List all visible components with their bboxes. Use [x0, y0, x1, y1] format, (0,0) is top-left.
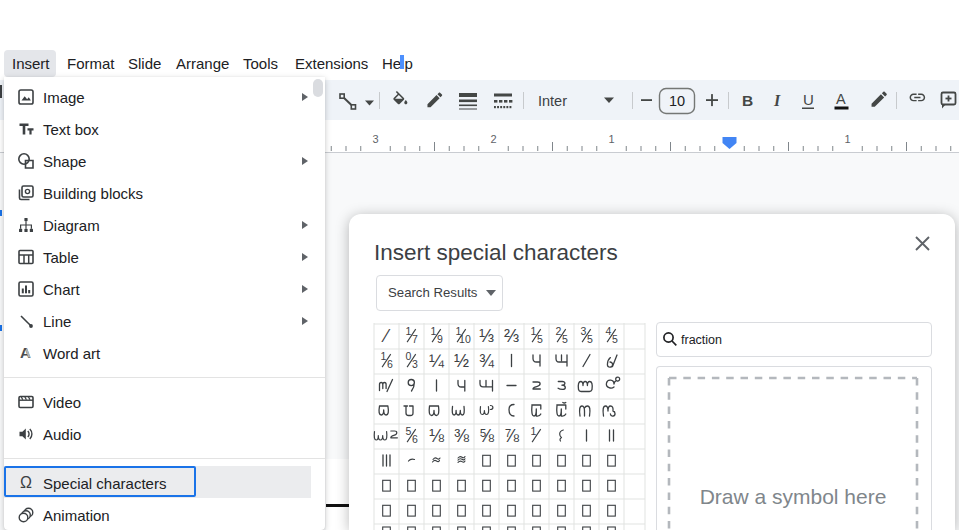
svg-text:A: A — [20, 344, 31, 361]
svg-text:⁄: ⁄ — [381, 326, 391, 346]
svg-text:Inter: Inter — [538, 93, 567, 109]
svg-text:⅞: ⅞ — [504, 426, 520, 446]
svg-text:2: 2 — [555, 325, 561, 337]
svg-text:⅛: ⅛ — [429, 426, 445, 446]
svg-text:1: 1 — [530, 325, 536, 337]
svg-text:⅓: ⅓ — [479, 326, 494, 346]
svg-text:1: 1 — [380, 350, 386, 362]
svg-text:5: 5 — [405, 425, 411, 437]
svg-text:5: 5 — [537, 333, 543, 345]
svg-text:10: 10 — [669, 93, 685, 109]
svg-text:¼: ¼ — [429, 351, 445, 371]
svg-text:5: 5 — [562, 333, 568, 345]
svg-text:2: 2 — [490, 133, 496, 145]
svg-text:6: 6 — [412, 433, 418, 445]
svg-text:3: 3 — [372, 133, 378, 145]
svg-text:⅔: ⅔ — [504, 326, 519, 346]
svg-text:1: 1 — [844, 133, 850, 145]
svg-text:Ω: Ω — [20, 474, 32, 491]
svg-text:9: 9 — [437, 333, 443, 345]
svg-text:¾: ¾ — [479, 351, 495, 371]
svg-text:10: 10 — [459, 333, 471, 345]
svg-text:5: 5 — [587, 333, 593, 345]
svg-text:1: 1 — [405, 325, 411, 337]
svg-text:6: 6 — [387, 358, 393, 370]
svg-text:A: A — [836, 91, 846, 107]
svg-text:U: U — [803, 91, 814, 108]
svg-text:1: 1 — [430, 325, 436, 337]
svg-text:⅝: ⅝ — [479, 426, 495, 446]
svg-text:B: B — [742, 92, 753, 109]
svg-text:1: 1 — [530, 425, 536, 437]
svg-text:1: 1 — [608, 133, 614, 145]
svg-text:5: 5 — [612, 333, 618, 345]
svg-text:4: 4 — [605, 325, 611, 337]
svg-text:½: ½ — [454, 351, 469, 371]
svg-text:3: 3 — [580, 325, 586, 337]
svg-text:3: 3 — [412, 358, 418, 370]
svg-text:⅜: ⅜ — [454, 426, 470, 446]
svg-text:I: I — [773, 92, 781, 109]
svg-text:7: 7 — [412, 333, 418, 345]
svg-text:0: 0 — [405, 350, 411, 362]
